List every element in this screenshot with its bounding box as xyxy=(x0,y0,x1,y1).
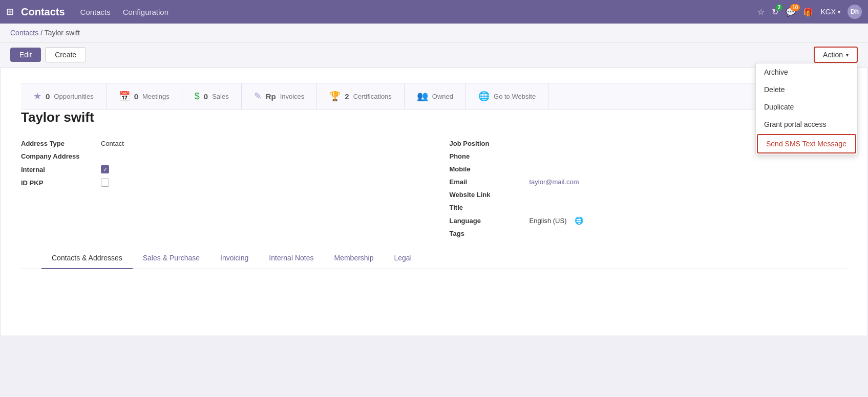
company-address-label: Company Address xyxy=(21,152,93,160)
form-left: Address Type Contact Company Address Int… xyxy=(21,140,419,237)
company-address-row: Company Address xyxy=(21,152,419,160)
stat-website[interactable]: 🌐 Go to Website xyxy=(466,83,548,109)
action-dropdown-container: Action ▾ Archive Delete Duplicate Grant … xyxy=(814,47,858,63)
nav-configuration[interactable]: Configuration xyxy=(123,8,168,16)
contact-form-card: ★ 0 Opportunities 📅 0 Meetings $ 0 Sales… xyxy=(0,67,868,336)
user-label: KGX xyxy=(820,8,836,16)
stat-invoices[interactable]: ✎ Rp Invoices xyxy=(242,83,317,109)
website-link-label: Website Link xyxy=(450,191,521,198)
address-type-value: Contact xyxy=(101,140,124,147)
language-value: English (US) xyxy=(530,217,567,225)
stat-meetings[interactable]: 📅 0 Meetings xyxy=(107,83,182,109)
sales-label: Sales xyxy=(212,93,229,100)
tags-row: Tags xyxy=(450,230,848,237)
action-bar: Edit Create Action ▾ Archive Delete Dupl… xyxy=(0,42,868,67)
title-row: Title xyxy=(450,204,848,211)
clock-badge: 2 xyxy=(776,4,783,11)
job-position-label: Job Position xyxy=(450,140,521,147)
language-label: Language xyxy=(450,217,521,225)
tab-sales-purchase[interactable]: Sales & Purchase xyxy=(133,248,210,269)
tab-legal[interactable]: Legal xyxy=(384,248,422,269)
phone-label: Phone xyxy=(450,152,521,160)
create-button[interactable]: Create xyxy=(45,47,86,62)
id-pkp-row: ID PKP xyxy=(21,179,419,187)
star-icon[interactable]: ☆ xyxy=(757,7,765,17)
owned-label: Owned xyxy=(432,93,453,100)
email-value[interactable]: taylor@mail.com xyxy=(530,178,579,186)
grid-menu-icon[interactable]: ⊞ xyxy=(6,6,14,17)
breadcrumb-parent[interactable]: Contacts xyxy=(10,29,38,37)
language-row: Language English (US) 🌐 xyxy=(450,216,848,225)
action-button[interactable]: Action ▾ xyxy=(814,47,858,63)
opportunities-label: Opportunities xyxy=(54,93,93,100)
id-pkp-checkbox[interactable] xyxy=(101,179,109,187)
tab-content xyxy=(21,269,847,320)
avatar[interactable]: Dh xyxy=(848,5,862,19)
dropdown-item-duplicate[interactable]: Duplicate xyxy=(756,98,857,116)
dropdown-item-send-sms[interactable]: Send SMS Text Message xyxy=(757,134,856,153)
opportunities-icon: ★ xyxy=(33,91,41,102)
dropdown-item-grant-portal[interactable]: Grant portal access xyxy=(756,116,857,133)
app-brand: Contacts xyxy=(21,6,65,18)
topnav-right: ☆ ↻ 2 💬 10 🎁 KGX ▾ Dh xyxy=(757,5,862,19)
contact-name: Taylor swift xyxy=(21,109,847,125)
address-type-label: Address Type xyxy=(21,140,93,147)
invoices-icon: ✎ xyxy=(254,91,262,102)
action-dropdown-arrow: ▾ xyxy=(846,52,849,58)
top-navbar: ⊞ Contacts Contacts Configuration ☆ ↻ 2 … xyxy=(0,0,868,24)
certifications-icon: 🏆 xyxy=(329,91,341,102)
tags-label: Tags xyxy=(450,230,521,237)
contact-form-grid: Address Type Contact Company Address Int… xyxy=(21,140,847,237)
website-link-row: Website Link xyxy=(450,191,848,198)
user-menu[interactable]: KGX ▾ xyxy=(820,8,840,16)
sales-count: 0 xyxy=(204,92,208,101)
mobile-label: Mobile xyxy=(450,165,521,173)
id-pkp-label: ID PKP xyxy=(21,179,93,187)
certifications-label: Certifications xyxy=(353,93,392,100)
action-button-label: Action xyxy=(823,51,843,59)
tab-membership[interactable]: Membership xyxy=(324,248,384,269)
meetings-icon: 📅 xyxy=(119,91,130,102)
meetings-count: 0 xyxy=(134,92,138,101)
internal-row: Internal ✓ xyxy=(21,165,419,173)
breadcrumb: Contacts / Taylor swift xyxy=(0,24,868,42)
email-row: Email taylor@mail.com xyxy=(450,178,848,186)
stats-bar: ★ 0 Opportunities 📅 0 Meetings $ 0 Sales… xyxy=(21,83,847,109)
meetings-label: Meetings xyxy=(142,93,170,100)
breadcrumb-separator: / xyxy=(40,29,43,37)
checkmark-icon: ✓ xyxy=(103,166,108,173)
language-flag-icon: 🌐 xyxy=(575,216,583,225)
tab-internal-notes[interactable]: Internal Notes xyxy=(259,248,324,269)
invoices-label: Invoices xyxy=(280,93,305,100)
tab-invoicing[interactable]: Invoicing xyxy=(210,248,259,269)
internal-label: Internal xyxy=(21,166,93,173)
internal-checkbox[interactable]: ✓ xyxy=(101,165,109,173)
stat-sales[interactable]: $ 0 Sales xyxy=(182,83,242,109)
stat-owned[interactable]: 👥 Owned xyxy=(405,83,466,109)
edit-button[interactable]: Edit xyxy=(10,48,41,62)
mobile-row: Mobile xyxy=(450,165,848,173)
dropdown-item-delete[interactable]: Delete xyxy=(756,81,857,98)
website-label: Go to Website xyxy=(494,93,536,100)
address-type-row: Address Type Contact xyxy=(21,140,419,147)
certifications-count: 2 xyxy=(345,92,349,101)
chat-icon[interactable]: 💬 10 xyxy=(786,7,796,17)
owned-icon: 👥 xyxy=(417,91,428,102)
sales-icon: $ xyxy=(195,91,200,102)
tab-contacts-addresses[interactable]: Contacts & Addresses xyxy=(41,248,133,269)
opportunities-count: 0 xyxy=(46,92,50,101)
nav-links: Contacts Configuration xyxy=(80,8,758,16)
title-label: Title xyxy=(450,204,521,211)
gift-icon[interactable]: 🎁 xyxy=(803,7,813,17)
action-dropdown-menu: Archive Delete Duplicate Grant portal ac… xyxy=(755,63,858,155)
nav-contacts[interactable]: Contacts xyxy=(80,8,111,16)
breadcrumb-current: Taylor swift xyxy=(45,29,80,37)
stat-opportunities[interactable]: ★ 0 Opportunities xyxy=(21,83,107,109)
stat-certifications[interactable]: 🏆 2 Certifications xyxy=(317,83,404,109)
main-content: ★ 0 Opportunities 📅 0 Meetings $ 0 Sales… xyxy=(0,67,868,346)
dropdown-item-archive[interactable]: Archive xyxy=(756,63,857,81)
clock-icon[interactable]: ↻ 2 xyxy=(772,7,778,17)
invoices-count: Rp xyxy=(266,92,276,101)
email-label: Email xyxy=(450,178,521,186)
website-icon: 🌐 xyxy=(478,91,490,102)
